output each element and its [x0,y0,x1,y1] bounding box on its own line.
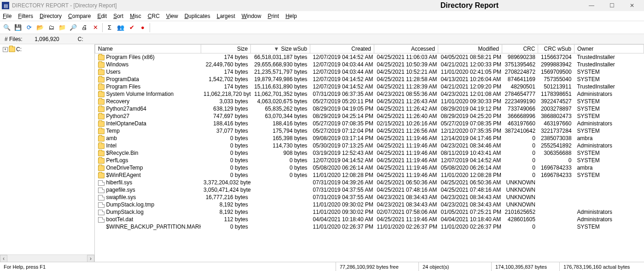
table-row[interactable]: Python27747,697 bytes63,070,344 bytes08/… [95,112,644,120]
table-row[interactable]: Python27amd64638,129 bytes65,835,262 byt… [95,105,644,112]
cell-sizewsub: 908 bytes [251,149,310,157]
menubar: FileFiltersDirectoryCompareEditSortMiscC… [0,11,644,21]
cell-name: amb [95,135,201,142]
cell-owner: SYSTEM [574,76,644,83]
table-row[interactable]: amb0 bytes165,398 bytes09/08/2019 03:17:… [95,135,644,142]
cell-name: Recovery [95,98,201,105]
folder-open2-icon[interactable]: 📁 [57,23,67,33]
tree-node-c-drive[interactable]: + C: [3,46,92,53]
cell-sizewsub [251,194,310,201]
menu-crc[interactable]: CRC [148,13,160,19]
cell-modified: 04/23/2021 08:34:43 AM [438,201,502,208]
table-row[interactable]: pagefile.sys3,050,471,424 bytes07/31/201… [95,186,644,194]
column-header-sizewsub[interactable]: ▼Size wSub [251,45,310,53]
row-name: OneDriveTemp [106,165,143,171]
cell-owner: TrustedInstaller [574,53,644,61]
binoculars-icon[interactable]: 🔍 [2,23,12,33]
menu-view[interactable]: View [166,13,178,19]
folder-icon [98,158,104,164]
open-folder-icon[interactable]: 📂 [35,23,45,33]
column-header-owner[interactable]: Owner [574,45,644,53]
column-header-name[interactable]: Name [95,45,201,53]
table-row[interactable]: Recovery3,033 bytes4,063,020,675 bytes05… [95,98,644,105]
table-row[interactable]: Program Files174 bytes15,116,631,890 byt… [95,83,644,90]
folder-icon [98,77,104,82]
cell-modified: 11/01/2020 02:41:05 PM [438,68,502,76]
cell-accessed: 04/25/2021 11:28:58 AM [374,76,438,83]
table-row[interactable]: $WINRE_BACKUP_PARTITION.MARKER0 bytes11/… [95,223,644,230]
cell-name: hiberfil.sys [95,179,201,186]
scroll-left-icon[interactable]: ‹ [0,255,7,262]
sigma-icon[interactable]: Σ [104,23,115,33]
cell-crc: 366668996 [502,112,538,120]
cell-sizewsub: 0 bytes [251,171,310,179]
menu-file[interactable]: File [3,13,12,19]
menu-help[interactable]: Help [285,13,297,19]
table-row[interactable]: Windows22,449,760 bytes29,655,668,930 by… [95,61,644,68]
cell-name: Python27amd64 [95,105,201,112]
folder-tree-icon[interactable]: 🗂 [46,23,56,33]
table-row[interactable]: ProgramData1,542,702 bytes19,879,749,986… [95,76,644,83]
expand-icon[interactable]: + [3,47,8,52]
cell-created: 07/31/2019 04:39:26 AM [310,179,374,186]
cell-crcwsub: 1569709500 [538,68,574,76]
search-icon[interactable]: 🔎 [68,23,78,33]
table-row[interactable]: $WinREAgent0 bytes0 bytes11/01/2020 12:0… [95,171,644,179]
menu-sort[interactable]: Sort [113,13,123,19]
column-header-created[interactable]: Created [310,45,374,53]
menu-print[interactable]: Print [267,13,279,19]
column-header-accessed[interactable]: Accessed [374,45,438,53]
cell-size: 16,777,216 bytes [201,194,251,201]
cell-sizewsub: 21,235,571,797 bytes [251,68,310,76]
column-header-crc[interactable]: CRC [502,45,538,53]
table-row[interactable]: bootTel.dat112 bytes04/04/2021 10:18:40 … [95,216,644,223]
menu-directory[interactable]: Directory [40,13,62,19]
cell-name: pagefile.sys [95,186,201,194]
cell-size: 0 bytes [201,135,251,142]
cell-size: 0 bytes [201,171,251,179]
close-button[interactable]: ✕ [622,0,642,11]
record-icon[interactable]: ● [138,23,148,33]
table-row[interactable]: PerfLogs0 bytes0 bytes12/07/2019 04:14:5… [95,157,644,164]
menu-filters[interactable]: Filters [18,13,33,19]
table-row[interactable]: OneDriveTemp0 bytes0 bytes05/08/2020 06:… [95,164,644,171]
column-header-modified[interactable]: Modified [438,45,502,53]
table-row[interactable]: swapfile.sys16,777,216 bytes07/31/2019 0… [95,194,644,201]
scroll-right-icon[interactable]: › [87,255,94,262]
minimize-button[interactable]: — [581,0,602,11]
table-row[interactable]: $Recycle.Bin0 bytes908 bytes03/19/2019 1… [95,149,644,157]
menu-largest[interactable]: Largest [217,13,235,19]
check-icon[interactable]: ✔ [127,23,137,33]
people-icon[interactable]: 👥 [116,23,126,33]
table-row[interactable]: Temp37,077 bytes175,794 bytes05/27/2019 … [95,127,644,135]
cell-accessed: 04/25/2021 11:19:46 AM [374,216,438,223]
print-icon[interactable]: 🖨 [79,23,89,33]
cell-size: 8,192 bytes [201,208,251,216]
menu-compare[interactable]: Compare [68,13,91,19]
table-row[interactable]: Program Files (x86)174 bytes66,518,031,1… [95,53,644,61]
menu-window[interactable]: Window [242,13,261,19]
table-row[interactable]: Users174 bytes21,235,571,797 bytes12/07/… [95,68,644,76]
cell-name: System Volume Information [95,90,201,98]
column-header-crcwsub[interactable]: CRC wSub [538,45,574,53]
menu-edit[interactable]: Edit [97,13,107,19]
menu-duplicates[interactable]: Duplicates [185,13,210,19]
delete-icon[interactable]: ✕ [90,23,100,33]
table-row[interactable]: Intel0 bytes114,730 bytes05/30/2019 07:1… [95,142,644,149]
tree-node-label: C: [16,46,22,53]
refresh-icon[interactable]: ⟳ [24,23,34,33]
table-row[interactable]: IntelOptaneData188,416 bytes188,416 byte… [95,120,644,127]
cell-created: 12/07/2019 04:14:52 AM [310,83,374,90]
column-header-size[interactable]: Size [201,45,251,53]
cell-name: ProgramData [95,76,201,83]
horizontal-scrollbar[interactable]: ‹ › [0,254,94,262]
row-name: Temp [106,128,120,134]
table-row[interactable]: DumpStack.log.tmp8,192 bytes11/01/2020 0… [95,201,644,208]
table-row[interactable]: System Volume Information11,062,218,720 … [95,90,644,98]
menu-misc[interactable]: Misc [130,13,141,19]
table-row[interactable]: DumpStack.log8,192 bytes11/01/2020 09:30… [95,208,644,216]
save-icon[interactable]: 💾 [13,23,23,33]
maximize-button[interactable]: ☐ [602,0,622,11]
table-row[interactable]: hiberfil.sys3,372,204,032 bytes07/31/201… [95,179,644,186]
column-label: Created [351,46,371,52]
